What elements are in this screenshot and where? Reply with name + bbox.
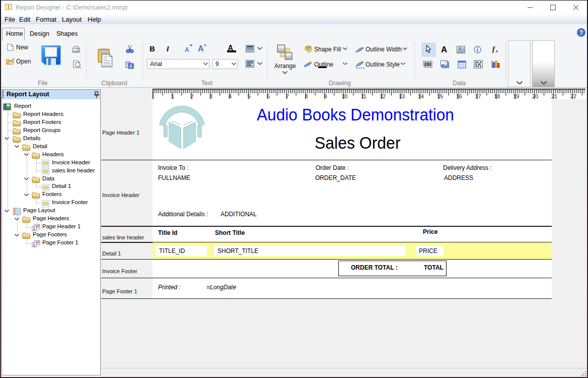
- svg-text:3: 3: [37, 240, 39, 244]
- svg-text:11: 11: [360, 93, 366, 99]
- svg-text:1: 1: [33, 242, 36, 247]
- svg-text:13: 13: [399, 93, 405, 99]
- svg-text:18: 18: [494, 93, 500, 99]
- svg-text:1: 1: [171, 93, 174, 99]
- svg-text:10: 10: [341, 93, 347, 99]
- svg-text:6: 6: [267, 93, 270, 99]
- svg-text:12: 12: [380, 93, 386, 99]
- svg-text:20: 20: [532, 93, 538, 99]
- svg-text:8: 8: [305, 93, 308, 99]
- svg-text:15: 15: [437, 93, 443, 99]
- svg-text:A: A: [458, 46, 461, 51]
- svg-text:19: 19: [513, 93, 519, 99]
- svg-text:22: 22: [570, 93, 576, 99]
- svg-text:17: 17: [475, 93, 481, 99]
- svg-text:4: 4: [229, 93, 232, 99]
- svg-text:1: 1: [33, 226, 36, 231]
- svg-text:x: x: [495, 48, 498, 53]
- svg-text:3: 3: [209, 93, 212, 99]
- svg-text:14: 14: [418, 93, 424, 99]
- svg-text:7: 7: [286, 93, 289, 99]
- svg-text:3: 3: [37, 224, 39, 228]
- svg-text:21: 21: [551, 93, 557, 99]
- svg-text:5: 5: [248, 93, 251, 99]
- svg-text:2: 2: [190, 93, 193, 99]
- svg-text:9: 9: [324, 93, 327, 99]
- svg-text:16: 16: [456, 93, 462, 99]
- svg-text:f: f: [492, 45, 495, 53]
